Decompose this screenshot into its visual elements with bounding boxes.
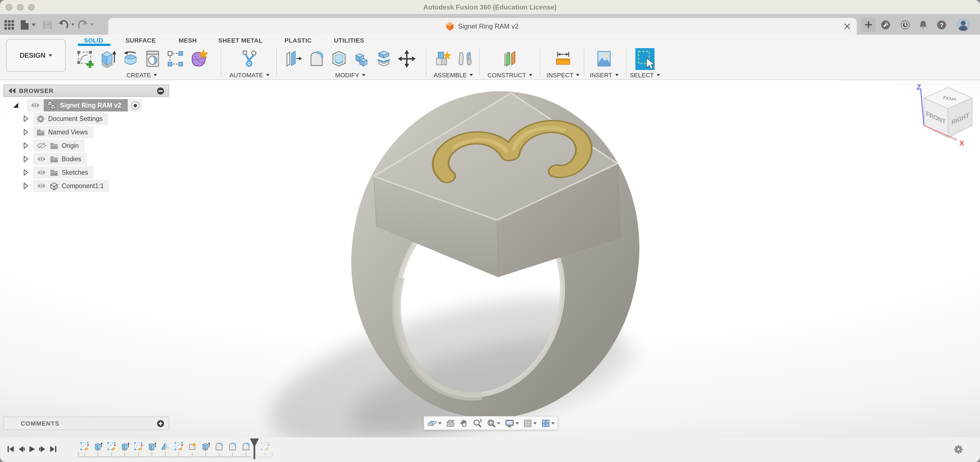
- add-comment-icon[interactable]: [157, 420, 164, 427]
- press-pull-button[interactable]: [283, 47, 304, 71]
- panel-automate-label[interactable]: AUTOMATE: [224, 72, 275, 78]
- model-viewport[interactable]: TOP FRONT RIGHT Z X BROWSER: [0, 80, 980, 437]
- collapse-browser-icon[interactable]: [8, 88, 16, 94]
- timeline-playhead[interactable]: [250, 438, 259, 459]
- collapsed-caret-icon[interactable]: [23, 156, 29, 162]
- collapsed-caret-icon[interactable]: [23, 142, 29, 149]
- workspace-selector[interactable]: DESIGN: [6, 39, 65, 72]
- extensions-icon[interactable]: [881, 20, 890, 30]
- browser-item-document-settings[interactable]: Document Settings: [3, 113, 108, 125]
- comments-bar[interactable]: COMMENTS: [3, 417, 169, 430]
- visibility-off-icon[interactable]: [37, 142, 46, 149]
- collapsed-caret-icon[interactable]: [23, 129, 29, 135]
- timeline-settings-gear-icon[interactable]: [954, 445, 963, 454]
- panel-modify-label[interactable]: MODIFY: [283, 72, 417, 78]
- document-tab[interactable]: Signet Ring RAM v2: [108, 18, 857, 35]
- app-grid-button[interactable]: [5, 14, 14, 35]
- browser-item-named-views[interactable]: Named Views: [3, 126, 94, 138]
- panel-insert-label[interactable]: INSERT: [582, 72, 627, 78]
- collapsed-caret-icon[interactable]: [23, 183, 29, 189]
- signet-ring-model[interactable]: [0, 80, 980, 437]
- revolve-button[interactable]: [119, 47, 141, 71]
- construction-plane-button[interactable]: [499, 47, 521, 71]
- browser-minus-icon[interactable]: [157, 87, 164, 94]
- split-body-button[interactable]: [374, 47, 395, 71]
- move-copy-button[interactable]: [396, 47, 417, 71]
- visibility-eye-icon[interactable]: [37, 169, 46, 176]
- navigation-toolbar: [423, 416, 558, 430]
- panel-assemble-label[interactable]: ASSEMBLE: [431, 72, 476, 78]
- file-menu-button[interactable]: [20, 14, 36, 35]
- view-cube[interactable]: TOP FRONT RIGHT Z X: [913, 83, 980, 149]
- automate-button[interactable]: [238, 47, 261, 71]
- new-component-button[interactable]: [431, 47, 453, 71]
- fillet-button[interactable]: [305, 47, 327, 71]
- browser-item-origin[interactable]: Origin: [3, 140, 84, 152]
- tab-sheet-metal[interactable]: SHEET METAL: [218, 35, 262, 46]
- browser-item-sketches[interactable]: Sketches: [3, 166, 94, 179]
- document-tab-content: Signet Ring RAM v2: [108, 18, 857, 35]
- activate-component-radio[interactable]: [131, 101, 140, 110]
- job-status-icon[interactable]: [900, 20, 910, 30]
- browser-item-bodies[interactable]: Bodies: [3, 153, 87, 165]
- panel-create: CREATE: [75, 47, 209, 79]
- panel-construct-label[interactable]: CONSTRUCT: [482, 72, 538, 78]
- look-at-button[interactable]: [445, 419, 456, 427]
- expand-triangle-icon[interactable]: [12, 102, 19, 109]
- tab-mesh[interactable]: MESH: [178, 35, 197, 46]
- browser-panel-header[interactable]: BROWSER: [3, 84, 169, 97]
- collapsed-caret-icon[interactable]: [23, 169, 29, 176]
- x-axis-label: X: [959, 139, 964, 147]
- visibility-eye-icon[interactable]: [30, 102, 40, 109]
- folder-icon: [50, 169, 58, 176]
- pattern-button[interactable]: [165, 47, 186, 71]
- browser-root-selected[interactable]: Signet Ring RAM v2: [44, 99, 128, 111]
- pan-button[interactable]: [458, 419, 469, 427]
- save-button[interactable]: [43, 14, 52, 35]
- browser-item-component1[interactable]: Component1:1: [3, 180, 110, 192]
- shell-button[interactable]: [328, 47, 350, 71]
- visibility-eye-icon[interactable]: [37, 156, 46, 162]
- new-document-tab-button[interactable]: [861, 17, 876, 32]
- zoom-button[interactable]: [472, 419, 484, 427]
- tab-utilities[interactable]: UTILITIES: [334, 35, 364, 46]
- plus-icon: [865, 21, 872, 29]
- browser-item-root[interactable]: Signet Ring RAM v2: [3, 99, 142, 111]
- split-body-icon: [374, 49, 394, 69]
- combine-button[interactable]: [351, 47, 372, 71]
- move-copy-icon: [397, 49, 417, 69]
- viewports-button[interactable]: [540, 419, 556, 427]
- create-sketch-button[interactable]: [75, 47, 96, 71]
- extrude-button[interactable]: [97, 47, 119, 71]
- panel-select-label[interactable]: SELECT: [622, 72, 667, 78]
- tab-surface[interactable]: SURFACE: [126, 35, 156, 46]
- zoom-icon: [473, 419, 482, 427]
- document-tab-close-icon[interactable]: [843, 22, 851, 30]
- display-settings-button[interactable]: [504, 419, 520, 427]
- undo-button[interactable]: [58, 14, 75, 35]
- measure-button[interactable]: [552, 47, 574, 71]
- insert-image-button[interactable]: [593, 47, 615, 71]
- component-cube-icon: [50, 182, 58, 190]
- notifications-icon[interactable]: [918, 20, 928, 30]
- profile-avatar[interactable]: [957, 19, 969, 31]
- orbit-button[interactable]: [426, 419, 443, 427]
- redo-button[interactable]: [77, 14, 94, 35]
- help-icon[interactable]: ?: [937, 20, 947, 30]
- browser-panel-title: BROWSER: [19, 87, 54, 94]
- grid-and-snaps-button[interactable]: [522, 419, 538, 427]
- shell-icon: [329, 49, 349, 69]
- panel-separator: [221, 48, 221, 76]
- hole-button[interactable]: [142, 47, 164, 71]
- tab-plastic[interactable]: PLASTIC: [285, 35, 312, 46]
- panel-create-label[interactable]: CREATE: [75, 72, 209, 78]
- fit-button[interactable]: [486, 419, 501, 427]
- collapsed-caret-icon[interactable]: [23, 115, 29, 122]
- visibility-eye-icon[interactable]: [37, 183, 46, 189]
- joint-button[interactable]: [454, 47, 476, 71]
- document-tab-bar: Signet Ring RAM v2 ?: [0, 14, 980, 35]
- select-button[interactable]: [633, 47, 657, 72]
- panel-inspect-label[interactable]: INSPECT: [541, 72, 585, 78]
- create-form-button[interactable]: [188, 47, 209, 71]
- svg-text:?: ?: [940, 22, 943, 29]
